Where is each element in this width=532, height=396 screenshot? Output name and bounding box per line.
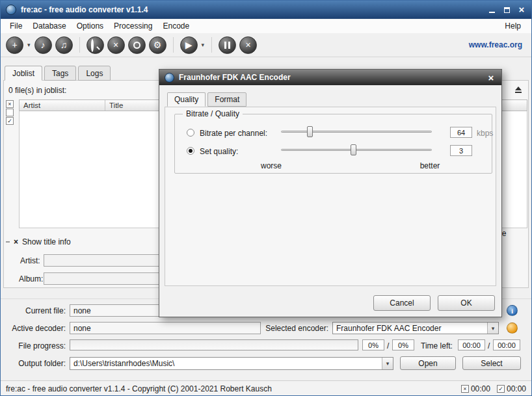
menu-encode[interactable]: Encode: [157, 20, 194, 33]
selection-buttons: × ✓: [6, 100, 14, 125]
joblist-count-label: 0 file(s) in joblist:: [8, 86, 66, 95]
bitrate-quality-group: Bitrate / Quality Bitrate per channel: 6…: [174, 114, 492, 174]
encoder-status-icon[interactable]: [507, 323, 518, 334]
info-status-icon[interactable]: i: [507, 305, 518, 316]
start-encoding-dropdown-icon[interactable]: ▾: [202, 42, 205, 48]
selected-encoder-label: Selected encoder:: [261, 324, 328, 333]
album-art-icon[interactable]: [128, 36, 146, 54]
menu-help[interactable]: Help: [498, 20, 527, 33]
time-left-total-field: 00:00: [493, 339, 520, 350]
tab-joblist[interactable]: Joblist: [5, 66, 42, 81]
toolbar-separator: [79, 37, 80, 53]
bitrate-value-field[interactable]: 64: [450, 127, 472, 138]
quality-radio-label[interactable]: Set quality:: [200, 147, 238, 156]
menubar: File Database Options Processing Encode …: [1, 20, 531, 33]
statusbar-times: × 00:00 ✓ 00:00: [461, 384, 526, 393]
time-separator: /: [488, 341, 490, 350]
query-cddb-icon[interactable]: [86, 36, 104, 54]
time-left-track-field: 00:00: [458, 339, 485, 350]
progress-percent-field: 0%: [362, 339, 384, 350]
show-title-info-toggle[interactable]: × Show title info: [6, 237, 71, 246]
toggle-selection-checkbox[interactable]: ✓: [6, 117, 14, 125]
toolbar-separator: [211, 37, 212, 53]
maximize-icon: [504, 7, 510, 13]
open-button[interactable]: Open: [400, 356, 456, 370]
quality-tab-pane: Bitrate / Quality Bitrate per channel: 6…: [165, 107, 496, 286]
rip-cd-icon[interactable]: ♪: [34, 36, 52, 54]
stop-encoding-icon[interactable]: ×: [239, 36, 257, 54]
quality-slider-handle[interactable]: [351, 144, 356, 155]
maximize-button[interactable]: [502, 5, 511, 14]
dialog-titlebar: Fraunhofer FDK AAC Encoder ×: [159, 70, 501, 85]
create-playlist-icon[interactable]: ♫: [55, 36, 73, 54]
bitrate-slider[interactable]: [281, 126, 432, 137]
selected-encoder-dropdown[interactable]: Fraunhofer FDK AAC Encoder ▾: [332, 322, 499, 334]
quality-radio[interactable]: [187, 147, 194, 155]
eject-icon[interactable]: [512, 84, 525, 96]
submit-cddb-icon[interactable]: ×: [107, 36, 125, 54]
settings-icon[interactable]: ⚙: [149, 36, 166, 54]
magnifier-icon: [91, 41, 99, 49]
bitrate-unit-label: kbps: [477, 129, 493, 138]
active-decoder-label: Active decoder:: [3, 324, 66, 333]
show-title-info-label: Show title info: [22, 237, 71, 246]
time-left-label: Time left:: [421, 341, 453, 350]
ok-button[interactable]: OK: [438, 295, 495, 311]
file-progress-bar: [70, 339, 358, 350]
output-folder-dropdown[interactable]: d:\Users\tristanrhodes\Music\ ▾: [70, 357, 393, 370]
artist-label: Artist:: [20, 256, 40, 265]
window-controls: ×: [487, 5, 526, 14]
remaining-time-toggle[interactable]: ✓ 00:00: [497, 384, 526, 393]
file-progress-label: File progress:: [3, 341, 66, 350]
add-files-icon[interactable]: +: [6, 36, 23, 54]
bitrate-radio[interactable]: [187, 129, 194, 137]
dialog-title: Fraunhofer FDK AAC Encoder: [179, 73, 291, 82]
quality-value-field[interactable]: 3: [450, 145, 472, 156]
chevron-down-icon[interactable]: ▾: [487, 323, 498, 334]
dialog-tabstrip: Quality Format: [167, 92, 248, 107]
window-title: fre:ac - free audio converter v1.1.4: [21, 5, 148, 14]
percent-separator: /: [387, 341, 389, 350]
toolbar: + ▾ ♪ ♫ × ⚙ ▶ ▾ × www.freac.org: [1, 33, 531, 57]
minimize-icon: [489, 12, 495, 13]
dialog-app-icon: [165, 73, 174, 83]
menu-options[interactable]: Options: [72, 20, 109, 33]
bitrate-slider-handle[interactable]: [307, 126, 313, 137]
album-label: Album:: [19, 274, 43, 284]
cancel-button[interactable]: Cancel: [373, 295, 431, 311]
splitter-handle-icon: [6, 241, 10, 243]
dialog-close-button[interactable]: ×: [486, 72, 496, 83]
menu-database[interactable]: Database: [27, 20, 71, 33]
time-checkbox-icon[interactable]: ✓: [497, 385, 505, 393]
group-title: Bitrate / Quality: [183, 109, 243, 118]
app-window: fre:ac - free audio converter v1.1.4 × F…: [0, 0, 532, 396]
close-button[interactable]: ×: [517, 5, 526, 14]
current-file-label: Current file:: [3, 306, 66, 315]
app-icon: [6, 5, 16, 15]
menu-processing[interactable]: Processing: [109, 20, 157, 33]
total-percent-field: 0%: [392, 339, 414, 350]
tab-tags[interactable]: Tags: [44, 66, 76, 81]
select-none-checkbox[interactable]: [6, 109, 14, 116]
add-files-dropdown-icon[interactable]: ▾: [27, 42, 31, 48]
worse-label: worse: [252, 161, 291, 170]
selected-encoder-value: Fraunhofer FDK AAC Encoder: [333, 323, 487, 334]
time-checkbox-icon[interactable]: ×: [461, 385, 469, 393]
select-all-checkbox[interactable]: ×: [6, 100, 14, 108]
quality-slider[interactable]: [281, 144, 432, 155]
bitrate-radio-label[interactable]: Bitrate per channel:: [200, 129, 267, 138]
elapsed-time-toggle[interactable]: × 00:00: [461, 384, 490, 393]
tab-logs[interactable]: Logs: [78, 66, 111, 81]
tab-format[interactable]: Format: [207, 92, 246, 107]
minimize-button[interactable]: [487, 5, 496, 14]
menu-file[interactable]: File: [5, 20, 27, 33]
column-header-artist[interactable]: Artist: [20, 100, 105, 111]
website-link[interactable]: www.freac.org: [469, 40, 526, 49]
pause-encoding-icon[interactable]: [219, 36, 236, 54]
tab-quality[interactable]: Quality: [167, 92, 206, 107]
main-tabstrip: Joblist Tags Logs: [5, 66, 113, 81]
start-encoding-icon[interactable]: ▶: [180, 36, 198, 54]
select-button[interactable]: Select: [462, 356, 521, 370]
chevron-down-icon[interactable]: ▾: [382, 358, 393, 369]
collapse-x-icon: ×: [14, 238, 18, 246]
